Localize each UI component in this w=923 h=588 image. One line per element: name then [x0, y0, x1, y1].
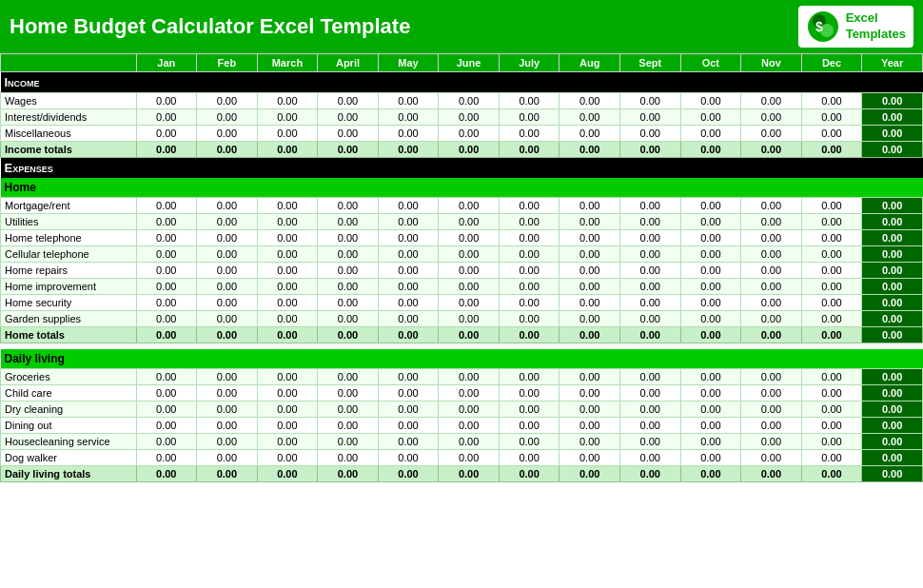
child-care-label: Child care [1, 384, 137, 401]
table-row: Wages 0.000.000.00 0.000.000.00 0.000.00… [1, 93, 923, 109]
wages-aug[interactable]: 0.00 [560, 93, 620, 109]
month-header-row: Jan Feb March April May June July Aug Se… [1, 54, 923, 72]
wages-feb[interactable]: 0.00 [197, 93, 258, 109]
wages-year: 0.00 [862, 93, 923, 109]
table-row: Home repairs 0.000.000.00 0.000.000.00 0… [1, 263, 923, 279]
groceries-label: Groceries [1, 368, 137, 384]
table-row: Dry cleaning 0.000.000.00 0.000.000.00 0… [1, 401, 923, 417]
header-may: May [378, 54, 439, 72]
home-telephone-label: Home telephone [1, 230, 137, 246]
housecleaning-label: Housecleaning service [1, 433, 137, 449]
header-aug: Aug [560, 54, 620, 72]
spreadsheet-wrapper: Jan Feb March April May June July Aug Se… [0, 53, 923, 487]
header-march: March [257, 54, 318, 72]
table-row: Dog walker 0.000.000.00 0.000.000.00 0.0… [1, 449, 923, 465]
utilities-label: Utilities [1, 214, 137, 230]
dining-out-label: Dining out [1, 417, 137, 433]
header-april: April [318, 54, 379, 72]
table-row: Mortgage/rent 0.000.000.00 0.000.000.00 … [1, 198, 923, 214]
logo-area: $ Excel Templates [798, 6, 913, 48]
income-totals-row: Income totals 0.000.000.00 0.000.000.00 … [1, 142, 923, 158]
header-jan: Jan [136, 54, 197, 72]
header-oct: Oct [680, 54, 741, 72]
wages-jun[interactable]: 0.00 [439, 93, 500, 109]
page-title: Home Budget Calculator Excel Template [10, 14, 410, 39]
wages-may[interactable]: 0.00 [378, 93, 439, 109]
table-row: Garden supplies 0.000.000.00 0.000.000.0… [1, 311, 923, 327]
daily-living-label: Daily living [1, 349, 923, 369]
home-label: Home [1, 178, 923, 198]
wages-mar[interactable]: 0.00 [257, 93, 318, 109]
dry-cleaning-label: Dry cleaning [1, 401, 137, 417]
header: Home Budget Calculator Excel Template $ … [0, 0, 923, 53]
table-row: Groceries 0.000.000.00 0.000.000.00 0.00… [1, 368, 923, 384]
wages-sep[interactable]: 0.00 [620, 93, 681, 109]
header-dec: Dec [801, 54, 862, 72]
home-security-label: Home security [1, 295, 137, 311]
wages-nov[interactable]: 0.00 [741, 93, 802, 109]
logo-text: Excel Templates [846, 10, 906, 43]
home-totals-label: Home totals [1, 327, 137, 343]
income-totals-label: Income totals [1, 142, 137, 158]
home-totals-row: Home totals 0.000.000.00 0.000.000.00 0.… [1, 327, 923, 343]
wages-apr[interactable]: 0.00 [318, 93, 379, 109]
budget-table: Jan Feb March April May June July Aug Se… [0, 53, 923, 487]
svg-text:$: $ [815, 19, 823, 34]
header-feb: Feb [197, 54, 258, 72]
bottom-spacer [1, 481, 923, 487]
table-row: Interest/dividends 0.000.000.00 0.000.00… [1, 109, 923, 126]
daily-living-totals-row: Daily living totals 0.000.000.00 0.000.0… [1, 465, 923, 481]
table-row: Child care 0.000.000.00 0.000.000.00 0.0… [1, 384, 923, 401]
header-nov: Nov [741, 54, 802, 72]
wages-jan[interactable]: 0.00 [136, 93, 197, 109]
income-section-header: Income [1, 72, 923, 93]
table-row: Housecleaning service 0.000.000.00 0.000… [1, 433, 923, 449]
wages-oct[interactable]: 0.00 [680, 93, 741, 109]
table-row: Home security 0.000.000.00 0.000.000.00 … [1, 295, 923, 311]
home-improvement-label: Home improvement [1, 279, 137, 295]
dog-walker-label: Dog walker [1, 449, 137, 465]
wages-jul[interactable]: 0.00 [499, 93, 560, 109]
garden-supplies-label: Garden supplies [1, 311, 137, 327]
expenses-section-header: Expenses [1, 158, 923, 179]
mortgage-label: Mortgage/rent [1, 198, 137, 214]
table-row: Utilities 0.000.000.00 0.000.000.00 0.00… [1, 214, 923, 230]
table-row: Dining out 0.000.000.00 0.000.000.00 0.0… [1, 417, 923, 433]
cellular-telephone-label: Cellular telephone [1, 246, 137, 263]
expenses-label: Expenses [1, 158, 923, 179]
header-label-empty [1, 54, 137, 72]
wages-dec[interactable]: 0.00 [801, 93, 862, 109]
excel-logo-icon: $ [806, 10, 840, 44]
header-year: Year [862, 54, 923, 72]
daily-living-subsection-header: Daily living [1, 349, 923, 369]
table-row: Home telephone 0.000.000.00 0.000.000.00… [1, 230, 923, 246]
daily-living-totals-label: Daily living totals [1, 465, 137, 481]
table-row: Home improvement 0.000.000.00 0.000.000.… [1, 279, 923, 295]
wages-label: Wages [1, 93, 137, 109]
interest-label: Interest/dividends [1, 109, 137, 126]
income-label: Income [1, 72, 923, 93]
miscellaneous-label: Miscellaneous [1, 126, 137, 142]
home-subsection-header: Home [1, 178, 923, 198]
table-row: Miscellaneous 0.000.000.00 0.000.000.00 … [1, 126, 923, 142]
header-sept: Sept [620, 54, 681, 72]
header-june: June [439, 54, 500, 72]
table-row: Cellular telephone 0.000.000.00 0.000.00… [1, 246, 923, 263]
header-july: July [499, 54, 560, 72]
home-repairs-label: Home repairs [1, 263, 137, 279]
